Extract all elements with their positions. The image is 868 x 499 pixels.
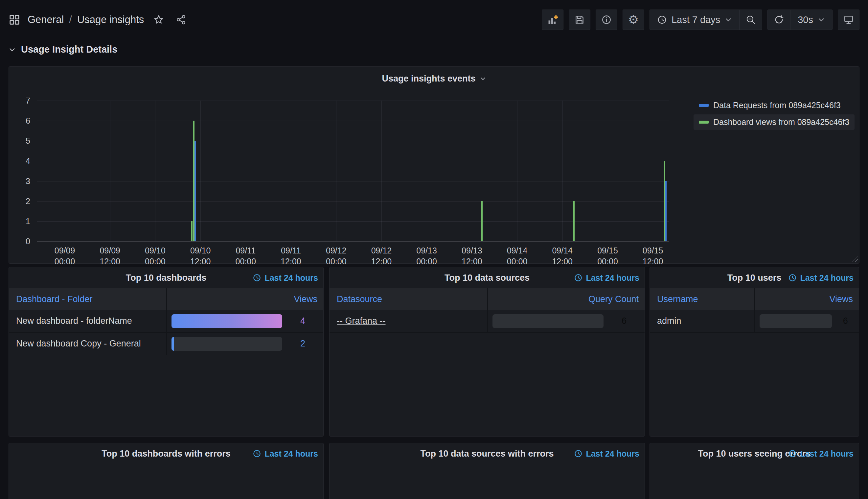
usage-insights-events-panel: Usage insights events 0123456709/0900:00… <box>9 66 859 264</box>
table-cell-gauge: 2 <box>166 333 324 355</box>
gridline-vertical <box>517 101 518 241</box>
chevron-down-icon <box>725 16 732 23</box>
column-header[interactable]: Datasource <box>330 288 487 310</box>
apps-grid-icon[interactable] <box>9 14 20 26</box>
table-cell-gauge: 6 <box>487 310 645 332</box>
legend-series-swatch <box>699 121 709 124</box>
gauge-bar <box>493 314 604 328</box>
chart-bar <box>191 221 193 241</box>
gridline-vertical <box>291 101 291 241</box>
time-range-picker[interactable]: Last 7 days <box>650 10 739 29</box>
breadcrumb-folder[interactable]: General <box>28 14 64 26</box>
table-cell-label: New dashboard - folderName <box>9 310 166 332</box>
table-cell-label: -- Grafana -- <box>330 310 487 332</box>
table-row: admin6 <box>650 310 859 333</box>
datasource-link[interactable]: -- Grafana -- <box>337 316 386 326</box>
gauge-value: 6 <box>604 316 645 326</box>
breadcrumb-separator: / <box>69 14 72 26</box>
legend-series-swatch <box>699 104 709 107</box>
gridline-vertical <box>472 101 472 241</box>
time-range-badge: Last 24 hours <box>253 267 318 288</box>
top-nav-bar: General / Usage insights <box>0 0 868 39</box>
clock-icon <box>657 15 667 25</box>
top-10-users-panel: Top 10 users Last 24 hours Username View… <box>649 267 859 437</box>
gridline-vertical <box>65 101 65 241</box>
share-button[interactable] <box>173 12 189 27</box>
column-header[interactable]: Username <box>650 288 754 310</box>
chart-bar <box>573 201 575 241</box>
cell-text: New dashboard - folderName <box>16 316 132 326</box>
panel-title-menu[interactable]: Usage insights events <box>9 67 859 90</box>
top-10-dashboards-panel: Top 10 dashboards Last 24 hours Dashboar… <box>9 267 324 437</box>
y-axis-tick-label: 5 <box>14 136 30 146</box>
chevron-down-icon <box>9 46 16 53</box>
chart-bar <box>195 141 196 241</box>
top-10-users-seeing-errors-panel: Top 10 users seeing errors Last 24 hours <box>649 443 859 499</box>
x-axis-tick-label: 09/1200:00 <box>326 245 347 267</box>
add-panel-button[interactable] <box>542 10 563 30</box>
y-axis-tick-label: 6 <box>14 116 30 125</box>
column-header[interactable]: Views <box>754 288 859 310</box>
table-row: New dashboard Copy - General2 <box>9 333 323 355</box>
gauge-bar <box>759 314 832 328</box>
gauge-value: 4 <box>282 316 323 326</box>
refresh-interval-label: 30s <box>798 14 813 25</box>
gauge-fill <box>172 337 174 351</box>
y-axis-tick-label: 2 <box>14 196 30 206</box>
gridline-vertical <box>608 101 608 241</box>
chart-panel-title: Usage insights events <box>382 74 475 84</box>
chevron-down-icon <box>480 75 486 82</box>
dashboard-row-toggle[interactable]: Usage Insight Details <box>9 44 117 55</box>
column-header[interactable]: Dashboard - Folder <box>9 288 166 310</box>
panel-resize-handle[interactable] <box>852 256 858 262</box>
gridline-vertical <box>653 101 653 241</box>
top-10-dashboards-with-errors-panel: Top 10 dashboards with errors Last 24 ho… <box>9 443 324 499</box>
chart-legend: Data Requests from 089a425c46f3Dashboard… <box>694 98 855 130</box>
chart-bar <box>481 201 483 241</box>
gridline-vertical <box>562 101 563 241</box>
y-axis-tick-label: 0 <box>14 237 30 246</box>
table-row: New dashboard - folderName4 <box>9 310 323 333</box>
column-header[interactable]: Query Count <box>487 288 645 310</box>
dashboard-info-button[interactable] <box>596 10 617 30</box>
gridline-horizontal <box>37 121 669 121</box>
table-row: -- Grafana --6 <box>330 310 645 333</box>
dashboard-settings-button[interactable]: ⚙ <box>623 10 644 30</box>
table-cell-gauge: 6 <box>754 310 859 332</box>
table-cell-label: New dashboard Copy - General <box>9 333 166 355</box>
x-axis-tick-label: 09/1500:00 <box>597 245 618 267</box>
x-axis-tick-label: 09/1012:00 <box>190 245 211 267</box>
time-range-label: Last 7 days <box>671 14 720 25</box>
time-range-badge: Last 24 hours <box>788 443 854 464</box>
kiosk-mode-button[interactable] <box>838 10 859 30</box>
x-axis-tick-label: 09/1512:00 <box>643 245 663 267</box>
cell-text: admin <box>657 316 681 326</box>
gridline-vertical <box>427 101 427 241</box>
legend-item[interactable]: Data Requests from 089a425c46f3 <box>694 98 846 113</box>
gauge-value: 6 <box>832 316 859 326</box>
dashboard-toolbar: ⚙ Last 7 days <box>542 10 859 30</box>
x-axis-tick-label: 09/1100:00 <box>236 245 256 267</box>
save-dashboard-button[interactable] <box>569 10 591 30</box>
time-range-badge: Last 24 hours <box>253 443 318 464</box>
refresh-dashboard-button[interactable] <box>768 10 790 29</box>
table-cell-label: admin <box>650 310 754 332</box>
breadcrumb-page: Usage insights <box>77 14 144 26</box>
gridline-horizontal <box>37 181 669 181</box>
column-header[interactable]: Views <box>166 288 324 310</box>
x-axis-tick-label: 09/1112:00 <box>281 245 301 267</box>
time-range-badge: Last 24 hours <box>788 267 854 288</box>
x-axis-tick-label: 09/1300:00 <box>416 245 437 267</box>
gear-icon: ⚙ <box>628 14 639 26</box>
zoom-out-time-button[interactable] <box>739 10 762 29</box>
star-button[interactable] <box>151 12 166 27</box>
x-axis-tick-label: 09/0900:00 <box>54 245 75 267</box>
refresh-interval-picker[interactable]: 30s <box>790 10 832 29</box>
x-axis-tick-label: 09/1000:00 <box>145 245 165 267</box>
row-title: Usage Insight Details <box>21 44 117 55</box>
chevron-down-icon <box>818 16 825 23</box>
top-10-data-sources-with-errors-panel: Top 10 data sources with errors Last 24 … <box>329 443 645 499</box>
legend-item[interactable]: Dashboard views from 089a425c46f3 <box>694 114 855 130</box>
table-cell-gauge: 4 <box>166 310 324 332</box>
time-series-plot-area: 0123456709/0900:0009/0912:0009/1000:0009… <box>37 101 669 241</box>
